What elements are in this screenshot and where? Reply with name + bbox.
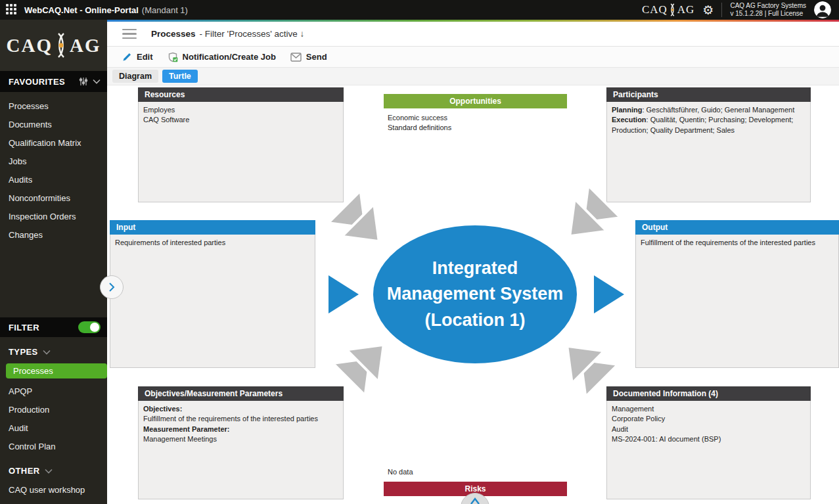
type-item-audit[interactable]: Audit	[0, 419, 107, 438]
type-chip-processes[interactable]: Processes	[6, 363, 107, 378]
app-grid-icon[interactable]	[6, 4, 18, 16]
type-item-apqp[interactable]: APQP	[0, 382, 107, 401]
sidebar-item-inspection-orders[interactable]: Inspection Orders	[0, 208, 107, 226]
input-content: Requirements of interested parties	[110, 235, 315, 368]
input-box: Input Requirements of interested parties	[110, 220, 315, 368]
sidebar-item-processes[interactable]: Processes	[0, 97, 107, 116]
main-content: Processes - Filter 'Processes' active ↓ …	[107, 20, 839, 504]
sidebar-item-documents[interactable]: Documents	[0, 116, 107, 134]
other-header: OTHER	[0, 456, 107, 481]
documented-information-content: ManagementCorporate PolicyAuditMS-2024-0…	[606, 401, 811, 499]
app-title: WebCAQ.Net - Online-Portal	[24, 5, 139, 15]
notification-check-icon	[168, 52, 178, 62]
envelope-icon	[290, 53, 302, 62]
chevron-up-icon	[470, 497, 480, 504]
central-process-ellipse: Integrated Management System (Location 1…	[373, 225, 577, 363]
participants-header: Participants	[606, 87, 811, 102]
sidebar-item-audits[interactable]: Audits	[0, 171, 107, 189]
chevron-right-icon	[108, 282, 115, 292]
sidebar-item-nonconformities[interactable]: Nonconformities	[0, 189, 107, 208]
caq-logo-mark-icon	[54, 32, 68, 58]
user-avatar[interactable]	[814, 1, 831, 18]
tab-turtle[interactable]: Turtle	[162, 70, 198, 83]
page-header: Processes - Filter 'Processes' active ↓	[107, 22, 839, 47]
type-item-control-plan[interactable]: Control Plan	[0, 438, 107, 456]
central-process-label: Integrated Management System (Location 1…	[383, 256, 567, 332]
settings-gear-icon[interactable]: ⚙	[702, 4, 714, 16]
caq-ag-brand-logo: CAQ AG	[642, 3, 694, 16]
sidebar-spacer	[0, 244, 107, 317]
page-title: Processes	[151, 29, 196, 39]
resources-box: Resources EmployesCAQ Software	[138, 87, 344, 202]
filter-toggle[interactable]	[78, 321, 101, 333]
webcaq-portal: WebCAQ.Net - Online-Portal (Mandant 1) C…	[0, 0, 839, 504]
menu-hamburger-icon[interactable]	[122, 29, 137, 39]
filter-status-text: - Filter 'Processes' active ↓	[200, 29, 305, 39]
app-subtitle: (Mandant 1)	[142, 5, 188, 15]
objectives-content: Objectives:Fulfillment of the requiremen…	[138, 401, 344, 499]
toolbar: Edit Notification/Create Job Send	[107, 47, 839, 68]
flow-arrow-right-icon	[594, 275, 624, 313]
sidebar-item-qualification-matrix[interactable]: Qualification Matrix	[0, 134, 107, 152]
sliders-icon[interactable]	[79, 77, 88, 86]
license-info: CAQ AG Factory Systems v 15.1.2.28 | Ful…	[730, 2, 806, 18]
resources-header: Resources	[138, 87, 344, 102]
tab-strip: Diagram Turtle	[107, 68, 839, 85]
sidebar-item-jobs[interactable]: Jobs	[0, 152, 107, 171]
person-icon	[814, 1, 831, 18]
opportunities-content: Economic successStandard definitions	[388, 113, 451, 133]
other-item-caq-user-workshop[interactable]: CAQ user workshop	[0, 481, 107, 499]
sidebar-item-changes[interactable]: Changes	[0, 226, 107, 244]
filter-header: FILTER	[0, 317, 107, 337]
sidebar-caq-logo: CAQ AG	[0, 20, 107, 71]
input-header: Input	[110, 220, 315, 235]
documented-information-header: Documented Information (4)	[606, 386, 811, 401]
participants-box: Participants Planning: Geschäftsführer, …	[606, 87, 811, 202]
top-bar: WebCAQ.Net - Online-Portal (Mandant 1) C…	[0, 0, 839, 20]
tab-diagram[interactable]: Diagram	[112, 70, 158, 83]
documented-information-box: Documented Information (4) ManagementCor…	[606, 386, 811, 499]
types-header: TYPES	[0, 337, 107, 362]
edit-button[interactable]: Edit	[122, 52, 153, 62]
sidebar-expand-button[interactable]	[100, 275, 124, 299]
sidebar: CAQ AG FAVOURITES	[0, 20, 107, 504]
opportunities-header: Opportunities	[384, 94, 567, 108]
turtle-diagram: Resources EmployesCAQ Software Opportuni…	[107, 85, 839, 504]
chevron-down-icon[interactable]	[93, 79, 101, 84]
chevron-down-icon[interactable]	[45, 469, 53, 474]
objectives-header: Objectives/Measurement Parameters	[138, 386, 344, 401]
opportunities-box: Opportunities	[384, 94, 567, 108]
output-content: Fulfillment of the requirements of the i…	[635, 235, 839, 368]
resources-content: EmployesCAQ Software	[138, 102, 344, 202]
flow-arrow-left-icon	[329, 275, 359, 313]
type-item-production[interactable]: Production	[0, 401, 107, 419]
output-box: Output Fulfillment of the requirements o…	[635, 220, 839, 368]
send-button[interactable]: Send	[290, 52, 327, 62]
output-header: Output	[635, 220, 839, 235]
topbar-divider	[721, 3, 722, 17]
objectives-box: Objectives/Measurement Parameters Object…	[138, 386, 344, 499]
favourites-list: Processes Documents Qualification Matrix…	[0, 92, 107, 244]
risks-no-data-text: No data	[388, 468, 413, 476]
pencil-icon	[122, 52, 132, 62]
favourites-header: FAVOURITES	[0, 71, 107, 92]
chevron-down-icon[interactable]	[43, 350, 51, 355]
notification-create-job-button[interactable]: Notification/Create Job	[168, 52, 276, 62]
participants-content: Planning: Geschäftsführer, Guido; Genera…	[606, 102, 811, 202]
caq-logo-mark-icon	[668, 3, 677, 16]
